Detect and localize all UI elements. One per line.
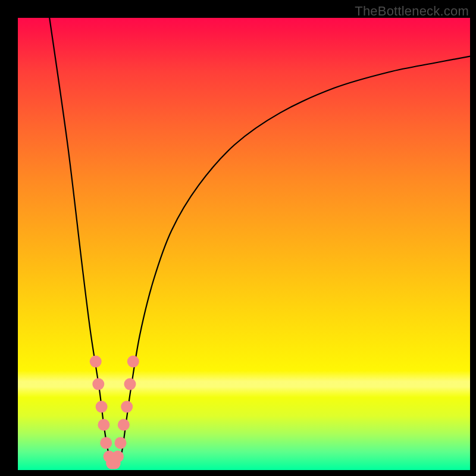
marker-dot <box>98 419 109 431</box>
marker-dot <box>90 356 102 368</box>
marker-dot <box>124 378 136 390</box>
marker-dot <box>92 378 104 390</box>
marker-dot <box>112 450 124 462</box>
marker-dot <box>96 401 108 413</box>
plot-area <box>18 18 470 470</box>
bottleneck-curve <box>49 18 470 468</box>
curve-svg <box>18 18 470 470</box>
marker-dot <box>121 401 133 413</box>
chart-frame: TheBottleneck.com <box>0 0 476 476</box>
marker-dot <box>100 437 112 449</box>
marker-dot <box>115 437 127 449</box>
marker-dot <box>127 356 139 368</box>
watermark-text: TheBottleneck.com <box>355 4 469 19</box>
marker-dot <box>118 419 130 431</box>
